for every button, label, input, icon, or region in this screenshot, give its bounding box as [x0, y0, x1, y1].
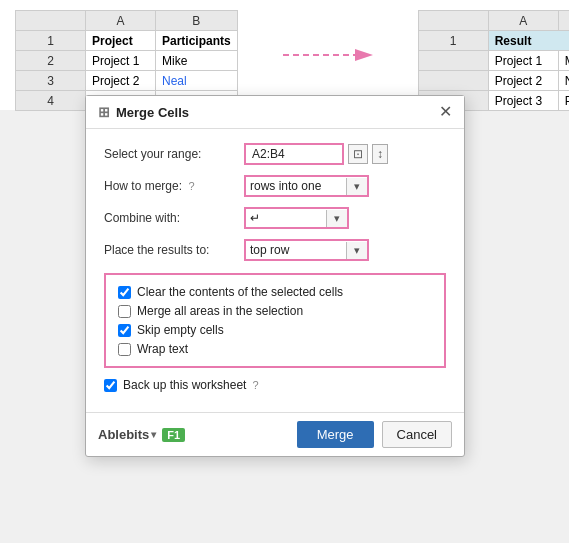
table-row: 3 Project 2 Neal: [16, 71, 238, 91]
checkbox-skip-empty: Skip empty cells: [118, 323, 432, 337]
place-results-row: Place the results to: top row bottom row…: [104, 239, 446, 261]
wrap-text-label: Wrap text: [137, 342, 188, 356]
merge-cells-icon: ⊞: [98, 104, 110, 120]
how-to-merge-dropdown-arrow[interactable]: ▾: [346, 178, 367, 195]
table-row: 2 Project 1 Mike: [16, 51, 238, 71]
range-label: Select your range:: [104, 147, 244, 161]
place-results-select[interactable]: top row bottom row: [246, 241, 346, 259]
range-select-button[interactable]: ⊡: [348, 144, 368, 164]
ablebits-label: Ablebits: [98, 427, 149, 442]
table-row: Project 2 Neal: [418, 71, 569, 91]
merge-all-areas-checkbox[interactable]: [118, 305, 131, 318]
merge-cells-dialog: ⊞ Merge Cells ✕ Select your range: ⊡ ↕ H…: [85, 95, 465, 457]
footer-left: Ablebits ▾ F1: [98, 427, 185, 442]
clear-contents-label: Clear the contents of the selected cells: [137, 285, 343, 299]
combine-with-input-wrapper: ▾: [244, 207, 349, 229]
range-expand-button[interactable]: ↕: [372, 144, 388, 164]
col-a-header-right: A: [488, 11, 558, 31]
dialog-title: Merge Cells: [116, 105, 189, 120]
wrap-text-checkbox[interactable]: [118, 343, 131, 356]
place-results-dropdown-arrow[interactable]: ▾: [346, 242, 367, 259]
table-row: Project 1 Mike: [418, 51, 569, 71]
col-b-header-right: B: [558, 11, 569, 31]
dialog-body: Select your range: ⊡ ↕ How to merge: ? r…: [86, 129, 464, 412]
options-section: Clear the contents of the selected cells…: [104, 273, 446, 368]
dialog-titlebar: ⊞ Merge Cells ✕: [86, 96, 464, 129]
place-results-label: Place the results to:: [104, 243, 244, 257]
info-icon[interactable]: ?: [188, 180, 194, 192]
col-a-header: A: [86, 11, 156, 31]
merge-button[interactable]: Merge: [297, 421, 374, 448]
cancel-button[interactable]: Cancel: [382, 421, 452, 448]
col-b-header: B: [156, 11, 238, 31]
backup-row: Back up this worksheet ?: [104, 378, 446, 392]
merge-all-areas-label: Merge all areas in the selection: [137, 304, 303, 318]
checkbox-wrap-text: Wrap text: [118, 342, 432, 356]
range-row: Select your range: ⊡ ↕: [104, 143, 446, 165]
arrow: [278, 10, 378, 100]
combine-with-dropdown-arrow[interactable]: ▾: [326, 210, 347, 227]
place-results-select-wrapper: top row bottom row ▾: [244, 239, 369, 261]
how-to-merge-select-wrapper: rows into one columns into one cells int…: [244, 175, 369, 197]
backup-worksheet-checkbox[interactable]: [104, 379, 117, 392]
row-header-right: [418, 11, 488, 31]
checkbox-clear: Clear the contents of the selected cells: [118, 285, 432, 299]
row-header: [16, 11, 86, 31]
ablebits-brand[interactable]: Ablebits ▾: [98, 427, 156, 442]
backup-info-icon[interactable]: ?: [252, 379, 258, 391]
checkbox-merge-all: Merge all areas in the selection: [118, 304, 432, 318]
range-input[interactable]: [244, 143, 344, 165]
skip-empty-checkbox[interactable]: [118, 324, 131, 337]
ablebits-chevron-icon: ▾: [151, 429, 156, 440]
table-row: 1 Result: [418, 31, 569, 51]
f1-badge[interactable]: F1: [162, 428, 185, 442]
backup-worksheet-label: Back up this worksheet: [123, 378, 246, 392]
dialog-footer: Ablebits ▾ F1 Merge Cancel: [86, 412, 464, 456]
how-to-merge-select[interactable]: rows into one columns into one cells int…: [246, 177, 346, 195]
combine-with-input[interactable]: [246, 209, 326, 227]
footer-right: Merge Cancel: [297, 421, 452, 448]
table-row: 1 Project Participants: [16, 31, 238, 51]
skip-empty-label: Skip empty cells: [137, 323, 224, 337]
combine-with-row: Combine with: ▾: [104, 207, 446, 229]
combine-with-label: Combine with:: [104, 211, 244, 225]
svg-marker-1: [355, 49, 373, 61]
range-input-group: ⊡ ↕: [244, 143, 446, 165]
clear-contents-checkbox[interactable]: [118, 286, 131, 299]
how-to-merge-row: How to merge: ? rows into one columns in…: [104, 175, 446, 197]
close-button[interactable]: ✕: [439, 104, 452, 120]
how-to-merge-label: How to merge: ?: [104, 179, 244, 193]
